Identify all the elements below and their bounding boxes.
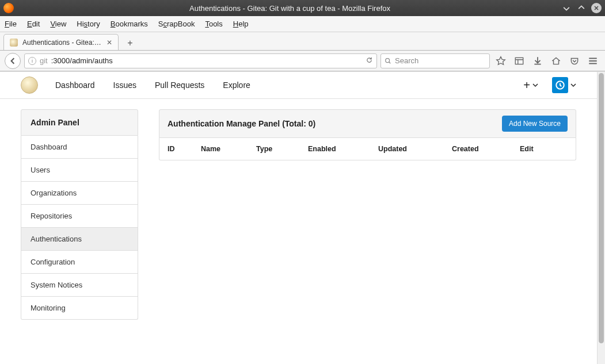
downloads-icon[interactable] — [532, 56, 543, 66]
gitea-nav: Dashboard Issues Pull Requests Explore — [55, 81, 250, 90]
window-maximize-icon[interactable] — [576, 3, 587, 13]
plus-icon: + — [523, 79, 530, 92]
sidebar-item-system-notices[interactable]: System Notices — [21, 274, 138, 297]
tab-favicon-icon — [10, 39, 18, 47]
main-panel: Authentication Manage Panel (Total: 0) A… — [159, 109, 576, 320]
url-path: :3000/admin/auths — [51, 56, 113, 65]
col-enabled: Enabled — [308, 145, 378, 153]
search-bar[interactable]: Search — [380, 53, 490, 68]
menu-tools[interactable]: Tools — [205, 20, 222, 28]
sidebar-item-authentications[interactable]: Authentications — [21, 228, 138, 251]
menu-history[interactable]: History — [77, 20, 100, 28]
sidebar-item-repositories[interactable]: Repositories — [21, 205, 138, 228]
hamburger-menu-icon[interactable] — [588, 56, 598, 66]
page-viewport: Dashboard Issues Pull Requests Explore + — [0, 71, 605, 364]
svg-point-0 — [386, 58, 390, 62]
add-new-source-button[interactable]: Add New Source — [502, 116, 568, 132]
nav-explore[interactable]: Explore — [223, 81, 250, 90]
firefox-icon — [3, 3, 14, 13]
create-menu[interactable]: + — [523, 79, 538, 92]
menu-bookmarks[interactable]: Bookmarks — [111, 20, 148, 28]
menubar: File Edit View History Bookmarks ScrapBo… — [0, 16, 605, 32]
table-header-row: ID Name Type Enabled Updated Created Edi… — [159, 138, 576, 160]
bookmark-star-icon[interactable] — [496, 56, 506, 66]
search-placeholder: Search — [395, 56, 418, 65]
col-updated: Updated — [378, 145, 452, 153]
tabbar: Authentications - Gitea: ... ✕ + — [0, 32, 605, 51]
window-title: Authentications - Gitea: Git with a cup … — [18, 4, 561, 13]
window-close-icon[interactable] — [591, 3, 602, 13]
browser-tab[interactable]: Authentications - Gitea: ... ✕ — [3, 34, 119, 50]
home-icon[interactable] — [551, 56, 561, 66]
new-tab-button[interactable]: + — [122, 36, 138, 50]
sidebar-item-users[interactable]: Users — [21, 159, 138, 182]
tab-close-icon[interactable]: ✕ — [106, 39, 112, 47]
admin-sidebar: Admin Panel Dashboard Users Organization… — [21, 109, 138, 320]
nav-issues[interactable]: Issues — [113, 81, 136, 90]
scrollbar-thumb[interactable] — [599, 73, 604, 343]
menu-view[interactable]: View — [50, 20, 66, 28]
gitea-header: Dashboard Issues Pull Requests Explore + — [0, 72, 597, 99]
url-bar[interactable]: i git:3000/admin/auths — [24, 53, 377, 68]
url-host: git — [40, 56, 48, 65]
svg-rect-1 — [515, 58, 523, 64]
panel-title: Authentication Manage Panel (Total: 0) — [168, 119, 315, 128]
site-info-icon[interactable]: i — [28, 57, 36, 65]
sidebar-title: Admin Panel — [21, 109, 138, 136]
menu-file[interactable]: File — [5, 20, 17, 28]
window-titlebar: Authentications - Gitea: Git with a cup … — [0, 0, 605, 16]
sidebar-item-organizations[interactable]: Organizations — [21, 182, 138, 205]
col-type: Type — [256, 145, 308, 153]
sidebar-icon[interactable] — [514, 56, 524, 66]
col-name: Name — [201, 145, 256, 153]
menu-help[interactable]: Help — [233, 20, 249, 28]
sidebar-item-dashboard[interactable]: Dashboard — [21, 136, 138, 159]
col-edit: Edit — [520, 145, 568, 153]
nav-dashboard[interactable]: Dashboard — [55, 81, 95, 90]
col-id: ID — [168, 145, 201, 153]
chevron-down-icon — [532, 82, 538, 88]
navigation-toolbar: i git:3000/admin/auths Search — [0, 51, 605, 71]
main-header: Authentication Manage Panel (Total: 0) A… — [159, 109, 576, 138]
sidebar-item-configuration[interactable]: Configuration — [21, 251, 138, 274]
tab-title: Authentications - Gitea: ... — [22, 39, 102, 47]
pocket-icon[interactable] — [569, 56, 580, 66]
nav-pull-requests[interactable]: Pull Requests — [155, 81, 204, 90]
avatar — [552, 77, 568, 93]
col-created: Created — [452, 145, 520, 153]
search-icon — [385, 58, 391, 64]
menu-edit[interactable]: Edit — [27, 20, 40, 28]
gitea-logo-icon[interactable] — [21, 76, 38, 94]
sidebar-item-monitoring[interactable]: Monitoring — [21, 297, 138, 320]
window-minimize-icon[interactable] — [561, 3, 572, 13]
chevron-down-icon — [570, 82, 576, 88]
page-content: Admin Panel Dashboard Users Organization… — [0, 99, 597, 330]
back-button[interactable] — [5, 53, 21, 69]
reload-icon[interactable] — [366, 56, 373, 66]
menu-scrapbook[interactable]: ScrapBook — [158, 20, 195, 28]
user-menu[interactable] — [552, 77, 576, 93]
vertical-scrollbar[interactable] — [597, 72, 605, 364]
